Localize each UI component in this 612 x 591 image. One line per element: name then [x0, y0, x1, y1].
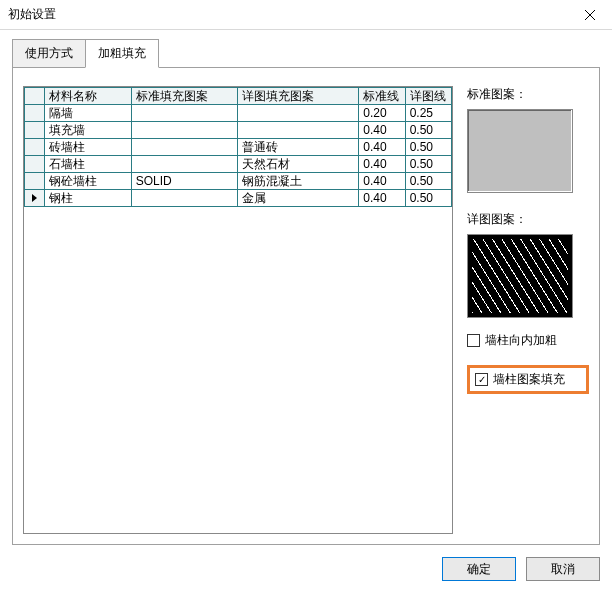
row-header	[25, 139, 45, 156]
cell-w1[interactable]: 0.40	[359, 139, 405, 156]
table-row[interactable]: 钢砼墙柱SOLID钢筋混凝土0.400.50	[25, 173, 452, 190]
cell-detail[interactable]	[238, 122, 359, 139]
tab-bold-fill[interactable]: 加粗填充	[85, 39, 159, 68]
cell-std[interactable]: SOLID	[131, 173, 238, 190]
table-row[interactable]: 石墙柱天然石材0.400.50	[25, 156, 452, 173]
titlebar: 初始设置	[0, 0, 612, 30]
current-row-indicator-icon	[32, 194, 37, 202]
table-row[interactable]: 隔墙0.200.25	[25, 105, 452, 122]
cell-name[interactable]: 钢砼墙柱	[45, 173, 132, 190]
cancel-button[interactable]: 取消	[526, 557, 600, 581]
close-button[interactable]	[568, 0, 612, 30]
std-pattern-swatch[interactable]	[467, 109, 573, 193]
cell-w1[interactable]: 0.40	[359, 156, 405, 173]
detail-pattern-label: 详图图案：	[467, 211, 589, 228]
close-icon	[585, 10, 595, 20]
row-header	[25, 122, 45, 139]
cell-name[interactable]: 砖墙柱	[45, 139, 132, 156]
cell-w2[interactable]: 0.50	[405, 122, 451, 139]
col-w2[interactable]: 详图线	[405, 88, 451, 105]
col-std[interactable]: 标准填充图案	[131, 88, 238, 105]
window-title: 初始设置	[8, 6, 56, 23]
cell-detail[interactable]: 钢筋混凝土	[238, 173, 359, 190]
table-row[interactable]: 钢柱金属0.400.50	[25, 190, 452, 207]
cell-detail[interactable]: 金属	[238, 190, 359, 207]
cell-w2[interactable]: 0.50	[405, 156, 451, 173]
checkbox-bold-inward-row[interactable]: 墙柱向内加粗	[467, 332, 589, 349]
grid-corner	[25, 88, 45, 105]
cell-w2[interactable]: 0.50	[405, 190, 451, 207]
cell-detail[interactable]: 天然石材	[238, 156, 359, 173]
cell-w1[interactable]: 0.40	[359, 173, 405, 190]
cell-w1[interactable]: 0.40	[359, 190, 405, 207]
material-grid-wrap: 材料名称 标准填充图案 详图填充图案 标准线 详图线 隔墙0.200.25填充墙…	[23, 86, 453, 534]
cell-w1[interactable]: 0.20	[359, 105, 405, 122]
cell-std[interactable]	[131, 139, 238, 156]
checkbox-pattern-fill-label: 墙柱图案填充	[493, 371, 565, 388]
table-row[interactable]: 砖墙柱普通砖0.400.50	[25, 139, 452, 156]
cell-name[interactable]: 石墙柱	[45, 156, 132, 173]
checkbox-pattern-fill-highlight: 墙柱图案填充	[467, 365, 589, 394]
std-pattern-label: 标准图案：	[467, 86, 589, 103]
tab-panel: 材料名称 标准填充图案 详图填充图案 标准线 详图线 隔墙0.200.25填充墙…	[12, 67, 600, 545]
material-grid[interactable]: 材料名称 标准填充图案 详图填充图案 标准线 详图线 隔墙0.200.25填充墙…	[24, 87, 452, 207]
row-header	[25, 105, 45, 122]
right-panel: 标准图案： 详图图案： 墙柱向内加粗 墙柱图案填充	[467, 86, 589, 534]
tab-usage[interactable]: 使用方式	[12, 39, 86, 68]
cell-std[interactable]	[131, 105, 238, 122]
ok-button[interactable]: 确定	[442, 557, 516, 581]
row-header	[25, 173, 45, 190]
row-header	[25, 190, 45, 207]
cell-name[interactable]: 钢柱	[45, 190, 132, 207]
checkbox-bold-inward-label: 墙柱向内加粗	[485, 332, 557, 349]
col-w1[interactable]: 标准线	[359, 88, 405, 105]
cell-std[interactable]	[131, 190, 238, 207]
table-row[interactable]: 填充墙0.400.50	[25, 122, 452, 139]
col-name[interactable]: 材料名称	[45, 88, 132, 105]
row-header	[25, 156, 45, 173]
tab-bar: 使用方式 加粗填充	[12, 38, 600, 67]
cell-std[interactable]	[131, 156, 238, 173]
cell-detail[interactable]	[238, 105, 359, 122]
col-detail[interactable]: 详图填充图案	[238, 88, 359, 105]
detail-pattern-swatch[interactable]	[467, 234, 573, 318]
checkbox-pattern-fill[interactable]	[475, 373, 488, 386]
checkbox-bold-inward[interactable]	[467, 334, 480, 347]
cell-name[interactable]: 填充墙	[45, 122, 132, 139]
cell-std[interactable]	[131, 122, 238, 139]
cell-name[interactable]: 隔墙	[45, 105, 132, 122]
cell-detail[interactable]: 普通砖	[238, 139, 359, 156]
cell-w2[interactable]: 0.50	[405, 139, 451, 156]
dialog-footer: 确定 取消	[12, 545, 600, 591]
cell-w1[interactable]: 0.40	[359, 122, 405, 139]
cell-w2[interactable]: 0.25	[405, 105, 451, 122]
cell-w2[interactable]: 0.50	[405, 173, 451, 190]
